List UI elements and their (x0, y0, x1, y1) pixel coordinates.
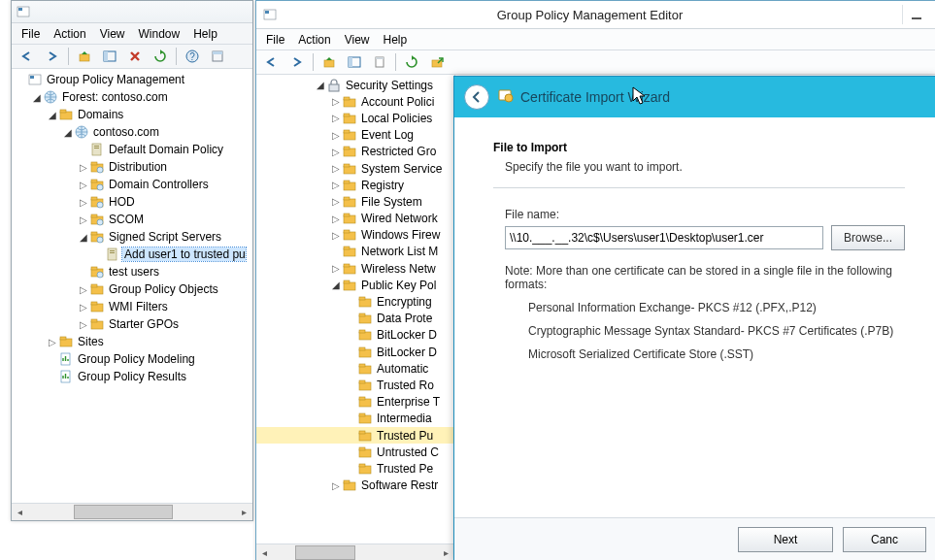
view-menu[interactable]: View (339, 31, 376, 49)
tree-expander[interactable]: ▷ (330, 163, 342, 174)
tree-item[interactable]: ◢Signed Script Servers (12, 228, 252, 246)
tree-expander[interactable]: ▷ (330, 147, 342, 157)
tree-item[interactable]: ▷SCOM (12, 211, 252, 228)
browse-button[interactable]: Browse... (831, 225, 905, 250)
gpeditor-tree-body[interactable]: ◢Security Settings▷Account Polici▷Local … (256, 75, 454, 544)
show-hide-button[interactable] (98, 46, 121, 67)
scroll-right-arrow[interactable]: ▸ (236, 504, 252, 520)
tree-expander[interactable]: ▷ (78, 197, 89, 208)
tree-item[interactable]: Automatic (256, 360, 454, 377)
wizard-titlebar[interactable]: Certificate Import Wizard (454, 77, 935, 117)
tree-item[interactable]: ▷Sites (12, 333, 252, 350)
tree-item[interactable]: test users (12, 263, 252, 280)
tree-expander[interactable]: ▷ (78, 180, 89, 190)
window-menu[interactable]: Window (133, 25, 186, 43)
tree-item[interactable]: ▷Restricted Gro (256, 144, 454, 160)
copy-button[interactable] (368, 51, 391, 73)
delete-button[interactable] (123, 46, 147, 67)
file-name-input[interactable] (505, 226, 823, 249)
tree-expander[interactable]: ▷ (330, 96, 342, 107)
minimize-button[interactable] (902, 5, 930, 24)
tree-expander[interactable]: ▷ (78, 284, 89, 295)
help-button[interactable]: ? (181, 46, 204, 67)
tree-expander[interactable]: ▷ (330, 480, 342, 491)
tree-item[interactable]: Default Domain Policy (12, 141, 252, 158)
file-menu[interactable]: File (260, 31, 290, 49)
tree-item[interactable]: BitLocker D (256, 344, 454, 360)
tree-expander[interactable]: ▷ (78, 302, 89, 313)
refresh-button[interactable] (400, 51, 423, 73)
tree-item[interactable]: BitLocker D (256, 327, 454, 344)
forward-button[interactable] (41, 46, 64, 67)
refresh-button[interactable] (149, 46, 172, 67)
tree-expander[interactable]: ▷ (330, 180, 342, 190)
up-button[interactable] (317, 51, 341, 73)
tree-item[interactable]: ▷Domain Controllers (12, 176, 252, 193)
tree-item[interactable]: Intermedia (256, 411, 454, 427)
hscrollbar[interactable]: ◂ ▸ (256, 544, 454, 560)
tree-item[interactable]: Untrusted C (256, 444, 454, 460)
tree-item[interactable]: Group Policy Results (12, 368, 252, 385)
view-menu[interactable]: View (94, 25, 131, 43)
file-menu[interactable]: File (16, 25, 46, 43)
tree-expander[interactable]: ▷ (47, 337, 58, 347)
tree-expander[interactable]: ◢ (62, 127, 74, 138)
tree-item[interactable]: Group Policy Management (12, 71, 252, 88)
tree-item[interactable]: Trusted Pe (256, 460, 454, 477)
forward-button[interactable] (285, 51, 309, 73)
tree-item[interactable]: ▷Event Log (256, 127, 454, 144)
tree-item[interactable]: ▷Wired Network (256, 211, 454, 227)
tree-item[interactable]: ▷Distribution (12, 158, 252, 176)
gpmc-titlebar[interactable] (12, 1, 252, 23)
tree-expander[interactable]: ◢ (31, 92, 43, 103)
tree-item[interactable]: Enterprise T (256, 394, 454, 411)
tree-expander[interactable]: ▷ (330, 196, 342, 207)
tree-item[interactable]: Encrypting (256, 293, 454, 310)
tree-item[interactable]: ▷Windows Firew (256, 227, 454, 244)
tree-expander[interactable]: ▷ (330, 113, 342, 123)
tree-item[interactable]: Network List M (256, 244, 454, 260)
tree-item[interactable]: ▷Group Policy Objects (12, 280, 252, 298)
tree-item[interactable]: ▷Account Polici (256, 93, 454, 110)
help-menu[interactable]: Help (378, 31, 414, 49)
tree-item[interactable]: ▷Registry (256, 177, 454, 193)
tree-item[interactable]: ▷Wireless Netw (256, 260, 454, 277)
action-menu[interactable]: Action (292, 31, 336, 49)
cancel-button[interactable]: Canc (843, 527, 926, 552)
wizard-back-button[interactable] (464, 84, 489, 110)
tree-expander[interactable]: ▷ (330, 263, 342, 274)
tree-item[interactable]: Trusted Ro (256, 377, 454, 393)
hscroll-thumb[interactable] (295, 545, 355, 560)
tree-item[interactable]: ◢contoso.com (12, 123, 252, 141)
tree-item[interactable]: ◢Security Settings (256, 77, 454, 93)
tree-expander[interactable]: ▷ (78, 214, 89, 225)
export-button[interactable] (425, 51, 449, 73)
scroll-left-arrow[interactable]: ◂ (256, 544, 273, 560)
tree-expander[interactable]: ◢ (47, 110, 58, 120)
up-button[interactable] (73, 46, 96, 67)
tree-item[interactable]: ◢Forest: contoso.com (12, 88, 252, 106)
back-button[interactable] (260, 51, 284, 73)
tree-expander[interactable]: ▷ (330, 130, 342, 141)
tree-item[interactable]: ◢Domains (12, 106, 252, 123)
help-menu[interactable]: Help (187, 25, 223, 43)
scroll-right-arrow[interactable]: ▸ (438, 544, 454, 560)
gpeditor-titlebar[interactable]: Group Policy Management Editor (256, 1, 935, 29)
hscrollbar[interactable]: ◂ ▸ (12, 503, 252, 520)
hscroll-thumb[interactable] (74, 505, 173, 519)
tree-expander[interactable]: ◢ (330, 280, 342, 290)
tree-expander[interactable]: ◢ (315, 80, 326, 90)
tree-item[interactable]: Data Prote (256, 311, 454, 327)
tree-item[interactable]: ◢Public Key Pol (256, 277, 454, 293)
tree-item[interactable]: Trusted Pu (256, 427, 454, 444)
back-button[interactable] (16, 46, 39, 67)
show-hide-button[interactable] (343, 51, 366, 73)
tree-item[interactable]: ▷HOD (12, 193, 252, 211)
scroll-left-arrow[interactable]: ◂ (12, 504, 28, 520)
tree-expander[interactable]: ◢ (78, 232, 89, 243)
tree-item[interactable]: ▷Local Policies (256, 110, 454, 126)
action-menu[interactable]: Action (48, 25, 91, 43)
next-button[interactable]: Next (738, 527, 833, 552)
tree-expander[interactable]: ▷ (78, 162, 89, 173)
tree-item[interactable]: ▷System Service (256, 160, 454, 177)
